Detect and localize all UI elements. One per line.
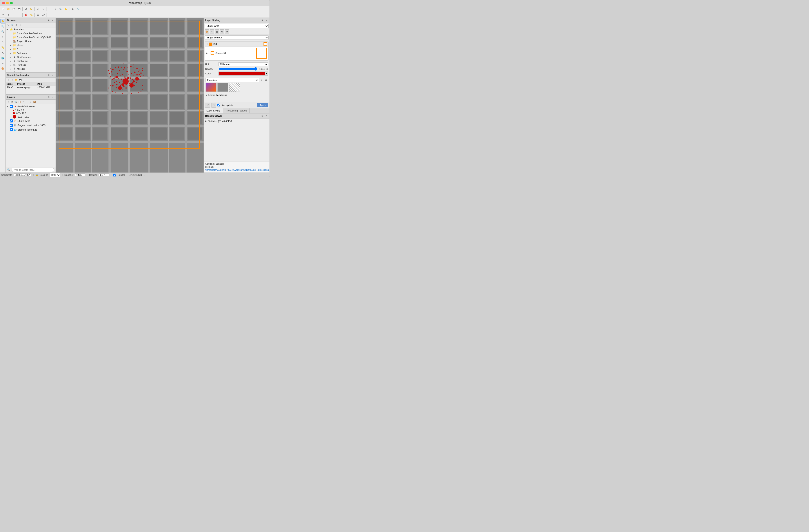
unit-control[interactable]: Millimeter [219, 62, 268, 66]
results-body[interactable]: ▶ Statistics [01:46:45PM] [204, 119, 270, 161]
tab-layer-styling[interactable]: Layer Styling [204, 108, 223, 113]
group-layers-button[interactable]: 📦 [33, 100, 36, 104]
open-project-button[interactable]: 📂 [6, 6, 11, 12]
layer-stamen[interactable]: 🌐 Stamen Toner Lite [6, 127, 55, 132]
measure-button[interactable]: 📏 [29, 12, 34, 17]
measure-tool-button[interactable]: 📏 [0, 45, 5, 50]
layer-study-area[interactable]: ▢ Study_Area [6, 119, 55, 123]
identify-tool-button[interactable]: ℹ [0, 34, 5, 39]
toggle-edits-button[interactable]: ✏ [21, 100, 25, 104]
redo-button[interactable]: ↪ [41, 6, 46, 12]
favorites-add-button[interactable]: + [260, 78, 263, 82]
layer-rendering-toggle[interactable]: ▶ Layer Rendering [206, 94, 267, 96]
maximize-button[interactable] [10, 2, 13, 4]
tree-item-geopackage[interactable]: ▶ 🗄 GeoPackage [6, 55, 55, 59]
map-area[interactable] [56, 18, 204, 173]
browser-close-button[interactable]: ✕ [51, 18, 54, 22]
browser-settings-button[interactable]: ⚙ [15, 23, 18, 27]
tree-item-mssql[interactable]: ▶ 🗄 MSSQL [6, 67, 55, 71]
bookmarks-close-button[interactable]: ✕ [51, 73, 54, 77]
col-xmin[interactable]: xMin [36, 82, 56, 86]
layer-gegend[interactable]: 🖼 Gegend von London 1853 [6, 123, 55, 127]
bookmarks-table-container[interactable]: Name Project xMin SOHO snowmap.qgz -1608… [6, 82, 55, 94]
edit-tool-button[interactable]: ✏ [0, 61, 5, 66]
remove-layer-button[interactable]: ✕ [10, 100, 14, 104]
swatch-gradient[interactable] [206, 83, 217, 92]
tab-processing-toolbox[interactable]: Processing Toolbox [223, 108, 250, 113]
renderer-selector[interactable]: Single symbol [205, 35, 269, 40]
tree-item-home[interactable]: ▶ 📁 Home [6, 43, 55, 47]
favorites-selector[interactable]: Favorites [206, 78, 259, 82]
new-project-button[interactable]: 📄 [1, 6, 6, 12]
scale-selector[interactable]: 5993 [50, 173, 61, 177]
layers-tree[interactable]: ▼ ● deathAddresses 1.0 - 6.7 6.7 - [6, 104, 55, 167]
minimize-button[interactable] [6, 2, 9, 4]
zoom-out-tool-button[interactable]: 🔍 [0, 29, 5, 34]
rotation-input[interactable] [99, 173, 109, 177]
browser-tree[interactable]: ▶ ⭐ Favorites 📁 /Users/maples/Desktop 📁 [6, 28, 55, 72]
magnifier-input[interactable] [75, 173, 85, 177]
color-bar[interactable] [219, 72, 265, 75]
print-button[interactable]: 🖨 [23, 6, 28, 12]
identify-button[interactable]: ℹ [48, 6, 52, 12]
snap-button[interactable]: 🧲 [23, 12, 28, 17]
layer-styling-close-button[interactable]: ✕ [264, 18, 268, 22]
add-bookmark-button[interactable]: + [6, 78, 10, 82]
symbol-color-button[interactable]: 🎨 [205, 30, 209, 34]
symbol-grad-button[interactable]: ▦ [215, 30, 219, 34]
live-update-checkbox[interactable] [218, 104, 220, 106]
results-item-statistics[interactable]: ▶ Statistics [01:46:45PM] [205, 119, 268, 123]
layers-dock-button[interactable]: ⊠ [47, 95, 50, 99]
move-layer-up-button[interactable]: ↑ [25, 100, 29, 104]
opacity-slider[interactable] [219, 67, 257, 71]
tree-item-project-home[interactable]: 🏠 Project Home [6, 39, 55, 43]
zoom-in-tool-button[interactable]: 🔍 [0, 24, 5, 29]
print2-button[interactable]: 📐 [29, 6, 34, 12]
fill-section-header[interactable]: ▼ Fill [205, 42, 268, 47]
coordinate-input[interactable] [14, 173, 31, 177]
label-tool-button[interactable]: A [0, 50, 5, 55]
favorites-settings-button[interactable]: ⚙ [264, 78, 268, 82]
style-tool-button[interactable]: 🎨 [0, 66, 5, 71]
export-bookmark-button[interactable]: 💾 [18, 78, 22, 82]
history-forward-button[interactable]: ↪ [211, 103, 216, 108]
toolbox-button[interactable]: 🔧 [75, 6, 80, 12]
annotation-button[interactable]: 💬 [41, 12, 46, 17]
save-project-button[interactable]: 💾 [12, 6, 16, 12]
processing-button[interactable]: ⚙ [70, 6, 75, 12]
tree-item-spatialite[interactable]: ▶ 🗄 SpatiaLite [6, 59, 55, 63]
select-tool-button[interactable]: ↖ [0, 40, 5, 45]
close-button[interactable] [2, 2, 5, 4]
zoom-next-button[interactable]: → [53, 12, 58, 17]
unit-selector[interactable]: Millimeter [219, 62, 268, 66]
layer-selector[interactable]: Study_Area [205, 24, 269, 28]
digitize-button[interactable]: ✏ [1, 12, 6, 17]
symbol-cat-button[interactable]: ≡ [210, 30, 214, 34]
tree-item-postgis[interactable]: ▶ 🐘 PostGIS [6, 63, 55, 67]
swatch-gray[interactable] [218, 83, 228, 92]
swatch-hatch[interactable] [229, 83, 240, 92]
pan-button[interactable]: ✋ [64, 6, 68, 12]
tree-item-root[interactable]: ▶ 📁 / [6, 47, 55, 51]
apply-button[interactable]: Apply [257, 103, 268, 107]
select-button[interactable]: ↖ [53, 6, 58, 12]
symbol-2d-button[interactable]: 🗺 [225, 30, 229, 34]
color-dropdown-button[interactable]: ▼ [265, 72, 268, 75]
save-as-button[interactable]: 💾 [17, 6, 21, 12]
browser-filter-button[interactable]: 🔍 [11, 23, 14, 27]
tree-item-volumes[interactable]: ▶ 📁 /Volumes [6, 51, 55, 55]
node-tool-button[interactable]: ◈ [6, 12, 11, 17]
col-project[interactable]: Project [16, 82, 36, 86]
stamen-checkbox[interactable] [10, 128, 13, 131]
zoom-in-button[interactable]: 🔍 [58, 6, 63, 12]
layers-close-button[interactable]: ✕ [51, 95, 54, 99]
tree-item-db2[interactable]: ▶ 🗄 DB2 [6, 71, 55, 72]
import-bookmark-button[interactable]: 📂 [15, 78, 18, 82]
zoom-prev-button[interactable]: ← [48, 12, 52, 17]
col-name[interactable]: Name [6, 82, 16, 86]
results-close-button[interactable]: ✕ [264, 114, 268, 118]
tree-item-scratch[interactable]: 📁 /Users/maples/Scratch/QGIS-101-n [6, 35, 55, 39]
history-back-button[interactable]: ↩ [205, 103, 210, 108]
geo-tool-button[interactable]: 🌍 [0, 55, 5, 60]
symbology-area[interactable]: ▼ Fill ▶ Simple fill [204, 41, 270, 102]
